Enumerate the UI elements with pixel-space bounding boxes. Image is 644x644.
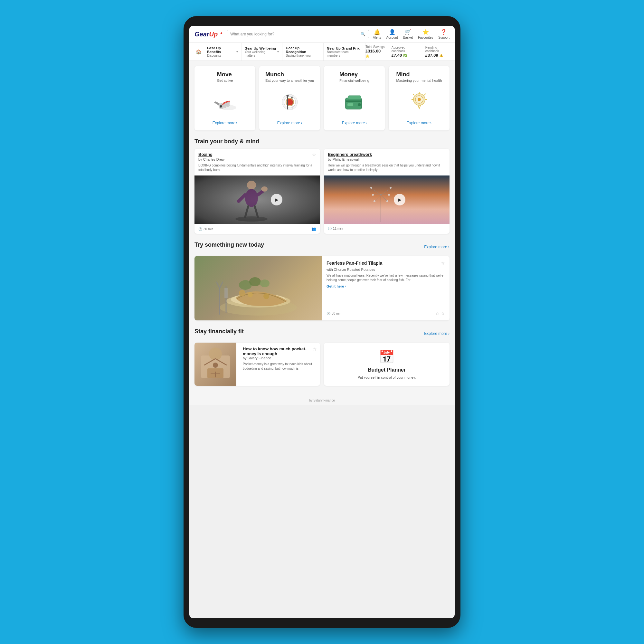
- breathwork-desc: Here we will go through a breathwork ses…: [328, 163, 446, 172]
- boxing-thumbnail[interactable]: ▶: [194, 175, 320, 224]
- tilapia-duration: 🕐 30 min: [327, 312, 341, 315]
- alerts-icon: 🔔: [374, 29, 380, 35]
- tilapia-image: [194, 256, 322, 320]
- munch-icon: [277, 90, 303, 112]
- account-icon: 👤: [389, 29, 395, 35]
- alerts-button[interactable]: 🔔 Alerts: [373, 29, 381, 39]
- svg-rect-13: [347, 103, 353, 106]
- tilapia-with: with Chorizo Roasted Potatoes: [327, 268, 445, 271]
- chevron-right-icon: ›: [365, 121, 367, 125]
- food-illustration: [194, 256, 322, 320]
- nav-item-wellbeing[interactable]: Gear Up Wellbeing Your wellbeing matters…: [241, 43, 283, 61]
- pocketmoney-by: by Salary Finance: [243, 356, 317, 360]
- fin-grid: How to know how much pocket-money is eno…: [194, 343, 450, 386]
- favourites-button[interactable]: ⭐ Favourites: [418, 29, 433, 39]
- budget-planner-desc: Put yourself in control of your money.: [358, 375, 416, 379]
- clock-icon: 🕐: [198, 227, 202, 231]
- svg-point-14: [358, 103, 361, 106]
- boxing-title[interactable]: Boxing: [198, 152, 316, 157]
- budget-planner-card[interactable]: 📅 Budget Planner Put yourself in control…: [324, 343, 450, 386]
- app-header: GearUp ▲ 🔍 🔔 Alerts 👤 Account 🛒 Basket: [189, 26, 455, 43]
- chevron-right-icon: ›: [301, 121, 302, 125]
- move-icon: [212, 90, 238, 112]
- svg-point-25: [247, 181, 256, 190]
- try-section: Try something new today Explore more ›: [194, 241, 450, 320]
- tilapia-favourite-icon[interactable]: ☆: [441, 260, 445, 266]
- category-card-munch[interactable]: Munch Eat your way to a healthier you: [259, 66, 320, 130]
- clock-icon: 🕐: [328, 227, 332, 230]
- svg-point-24: [235, 216, 268, 222]
- try-card: Fearless Pan-Fried Tilapia ☆ with Choriz…: [194, 256, 450, 320]
- svg-line-35: [381, 188, 391, 195]
- svg-point-42: [372, 194, 374, 196]
- svg-point-45: [386, 200, 388, 202]
- tablet-frame: GearUp ▲ 🔍 🔔 Alerts 👤 Account 🛒 Basket: [184, 16, 460, 628]
- benefits-chevron: ▾: [236, 50, 238, 53]
- budget-planner-title: Budget Planner: [368, 367, 406, 373]
- tilapia-link[interactable]: Get it here ›: [327, 284, 445, 288]
- search-bar[interactable]: 🔍: [227, 30, 369, 38]
- category-grid: Move Get active: [194, 66, 450, 130]
- boxing-figure-illustration: [232, 177, 271, 222]
- basket-icon: 🛒: [405, 29, 411, 35]
- pocketmoney-title: How to know how much pocket-money is eno…: [243, 346, 313, 356]
- nav-item-benefits[interactable]: Gear Up Benefits Discounts ▾: [204, 43, 241, 61]
- svg-point-29: [261, 186, 268, 192]
- boxing-play-button[interactable]: ▶: [271, 194, 282, 205]
- svg-rect-15: [348, 96, 361, 99]
- support-icon: ❓: [440, 29, 447, 35]
- chevron-right-icon: ›: [430, 121, 431, 125]
- tilapia-desc: We all have irrational fears. Recently w…: [327, 273, 445, 282]
- category-card-money[interactable]: Money Financial wellbeing Explo: [324, 66, 385, 130]
- approved-cashback-stat: Approved cashback £7.40 ✅: [392, 46, 419, 58]
- video-grid: ☆ Boxing by Charles Drew BOXING combines…: [194, 149, 450, 234]
- boxing-desc: BOXING combines boxing fundamentals and …: [198, 163, 316, 172]
- tilapia-title: Fearless Pan-Fried Tilapia: [327, 260, 382, 266]
- account-button[interactable]: 👤 Account: [386, 29, 398, 39]
- try-section-title: Try something new today: [194, 241, 264, 248]
- svg-rect-12: [346, 100, 362, 102]
- pocketmoney-favourite-icon[interactable]: ☆: [313, 346, 317, 356]
- category-card-move[interactable]: Move Get active: [194, 66, 255, 130]
- svg-line-30: [245, 206, 248, 217]
- search-input[interactable]: [230, 32, 361, 36]
- pocketmoney-desc: Pocket-money is a great way to teach kid…: [243, 362, 317, 371]
- nav-item-recognition[interactable]: Gear Up Recognition Saying thank-you: [282, 43, 323, 61]
- chevron-right-icon: ›: [236, 121, 237, 125]
- train-section-title: Train your body & mind: [194, 138, 450, 145]
- fin-section: Stay financially fit Explore more ›: [194, 328, 450, 386]
- support-button[interactable]: ❓ Support: [438, 29, 450, 39]
- boxing-favourite-icon[interactable]: ☆: [312, 152, 316, 157]
- munch-explore-link[interactable]: Explore more ›: [277, 121, 302, 125]
- pending-cashback-stat: Pending cashback £37.09 ⚠️: [425, 46, 451, 58]
- main-content: Move Get active: [189, 61, 455, 396]
- try-explore-link[interactable]: Explore more ›: [424, 245, 450, 249]
- video-card-boxing: ☆ Boxing by Charles Drew BOXING combines…: [194, 149, 320, 234]
- category-card-mind[interactable]: Mind Mastering your mental health: [389, 66, 450, 130]
- mind-explore-link[interactable]: Explore more ›: [407, 121, 431, 125]
- svg-line-20: [413, 94, 414, 95]
- svg-point-50: [249, 277, 261, 286]
- breathwork-title[interactable]: Beginners breathwork: [328, 152, 446, 157]
- boxing-by: by Charles Drew: [198, 157, 316, 161]
- tilapia-actions: ☆ ☆: [435, 311, 445, 316]
- nav-home[interactable]: 🏠: [193, 46, 204, 58]
- basket-button[interactable]: 🛒 Basket: [403, 29, 413, 39]
- money-icon: [342, 90, 367, 112]
- move-explore-link[interactable]: Explore more ›: [213, 121, 237, 125]
- search-icon: 🔍: [361, 32, 365, 36]
- nav-item-grandprix[interactable]: Gear Up Grand Prix Nominate team members: [324, 43, 365, 61]
- breathwork-by: by Philip Emeagwali: [328, 157, 446, 161]
- svg-line-34: [371, 188, 381, 195]
- money-explore-link[interactable]: Explore more ›: [342, 121, 367, 125]
- svg-line-19: [424, 94, 426, 95]
- boxing-participants-icon: 👥: [311, 227, 316, 231]
- dandelion-illustration: [368, 177, 394, 222]
- breathwork-play-button[interactable]: ▶: [394, 194, 405, 205]
- app-logo: GearUp ▲: [194, 30, 223, 38]
- pocketmoney-image: [194, 343, 236, 386]
- breathwork-thumbnail[interactable]: ▶: [324, 175, 450, 224]
- fin-explore-link[interactable]: Explore more ›: [424, 331, 450, 336]
- footer: by Salary Finance: [189, 396, 455, 405]
- svg-line-38: [374, 195, 381, 201]
